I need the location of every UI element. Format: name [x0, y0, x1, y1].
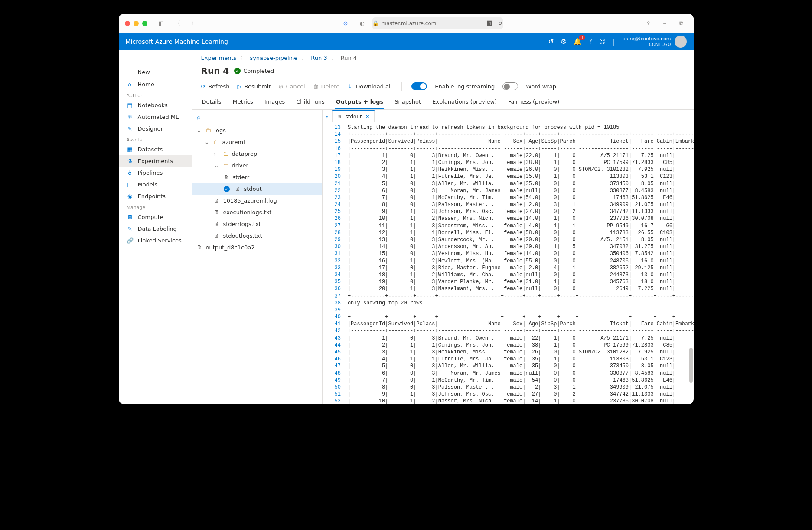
editor-tab-label: stdout — [346, 114, 362, 120]
traffic-lights — [125, 21, 147, 26]
notifications-icon[interactable]: 🔔3 — [574, 38, 582, 46]
address-bar[interactable]: 🔒 master.ml.azure.com 🅰 ⟳ — [372, 17, 503, 29]
folder-icon: 🗀 — [223, 162, 228, 169]
tab-metrics[interactable]: Metrics — [232, 94, 254, 109]
maximize-window-icon[interactable] — [142, 21, 147, 26]
automl-icon: ⚛ — [127, 114, 134, 120]
translate-icon[interactable]: 🅰 — [487, 20, 492, 26]
close-window-icon[interactable] — [125, 21, 130, 26]
avatar[interactable] — [675, 36, 687, 48]
file-icon: 🗎 — [214, 232, 220, 239]
tab-details[interactable]: Details — [201, 94, 222, 109]
file-icon: 🗎 — [214, 221, 220, 227]
search-icon[interactable]: ⌕ — [192, 110, 322, 124]
check-icon: ✓ — [224, 186, 230, 192]
tree-file-stderrlogs[interactable]: 🗎stderrlogs.txt — [192, 218, 322, 230]
pipeline-icon: ♁ — [127, 170, 134, 176]
nav-linked[interactable]: 🔗Linked Services — [119, 235, 192, 246]
chevron-right-icon: › — [214, 150, 219, 157]
tree-folder-dataprep[interactable]: ›🗀dataprep — [192, 148, 322, 160]
nav-models[interactable]: ◫Models — [119, 179, 192, 190]
notification-badge: 3 — [579, 35, 585, 40]
crumb-experiments[interactable]: Experiments — [201, 55, 237, 61]
word-wrap-toggle[interactable] — [502, 82, 518, 90]
nav-endpoints[interactable]: ◉Endpoints — [119, 190, 192, 202]
chevron-down-icon: ⌄ — [214, 162, 219, 169]
chevron-down-icon: ⌄ — [197, 127, 202, 134]
share-icon[interactable]: ⇪ — [642, 18, 654, 29]
tree-file-stderr[interactable]: 🗎stderr — [192, 171, 322, 183]
tabs-icon[interactable]: ⧉ — [675, 18, 687, 29]
nav-automl[interactable]: ⚛Automated ML — [119, 111, 192, 123]
reload-icon[interactable]: ⟳ — [499, 20, 503, 26]
tab-images[interactable]: Images — [264, 94, 286, 109]
tree-file-executionlogs[interactable]: 🗎executionlogs.txt — [192, 206, 322, 218]
delete-button: 🗑Delete — [313, 83, 340, 90]
word-wrap-label: Word wrap — [526, 83, 556, 90]
log-streaming-label: Enable log streaming — [435, 83, 495, 90]
browser-window: ◧ 〈 〉 ⊙ ◐ 🔒 master.ml.azure.com 🅰 ⟳ ⇪ ＋ … — [119, 14, 694, 404]
user-email: aking@contoso.com — [623, 36, 671, 42]
nav-compute[interactable]: 🖥Compute — [119, 211, 192, 223]
tree-folder-driver[interactable]: ⌄🗀driver — [192, 160, 322, 171]
nav-notebooks[interactable]: ▤Notebooks — [119, 99, 192, 111]
resubmit-button[interactable]: ▷Resubmit — [238, 83, 271, 90]
refresh-button[interactable]: ⟳Refresh — [201, 83, 230, 90]
chevron-right-icon: 〉 — [302, 55, 307, 61]
log-streaming-toggle[interactable] — [411, 82, 427, 90]
nav-section-author: Author — [119, 90, 192, 99]
nav-labeling[interactable]: ✎Data Labeling — [119, 223, 192, 235]
log-viewer[interactable]: 13 14 15 16 17 18 19 20 21 22 23 24 25 2… — [332, 122, 694, 404]
scrollbar-thumb[interactable] — [689, 348, 693, 383]
nav-datasets[interactable]: ▦Datasets — [119, 144, 192, 155]
forward-button[interactable]: 〉 — [188, 18, 200, 29]
tab-outputs-logs[interactable]: Outputs + logs — [335, 94, 384, 109]
folder-icon: 🗀 — [205, 127, 211, 134]
collapse-panel-button[interactable]: « — [323, 110, 332, 404]
file-icon: 🗎 — [235, 186, 241, 192]
app-header: Microsoft Azure Machine Learning ↺ ⚙ 🔔3 … — [119, 33, 694, 50]
close-icon[interactable]: ✕ — [365, 114, 370, 120]
user-account[interactable]: aking@contoso.com CONTOSO — [623, 36, 671, 46]
tab-snapshot[interactable]: Snapshot — [394, 94, 422, 109]
tree-folder-azureml[interactable]: ⌄🗀azureml — [192, 136, 322, 148]
privacy-icon[interactable]: ⊙ — [339, 18, 352, 29]
folder-icon: 🗀 — [213, 139, 219, 145]
minimize-window-icon[interactable] — [134, 21, 139, 26]
back-button[interactable]: 〈 — [172, 18, 184, 29]
feedback-icon[interactable]: ☺ — [599, 38, 606, 46]
endpoint-icon: ◉ — [127, 193, 134, 200]
sidebar-toggle-icon[interactable]: ◧ — [155, 18, 167, 29]
new-tab-icon[interactable]: ＋ — [659, 18, 671, 29]
tree-file-stdoutlogs[interactable]: 🗎stdoutlogs.txt — [192, 230, 322, 242]
tab-fairness[interactable]: Fairness (preview) — [507, 94, 560, 109]
tree-folder-logs[interactable]: ⌄🗀logs — [192, 124, 322, 136]
tree-file-output[interactable]: 🗎output_d8c1c0a2 — [192, 242, 322, 253]
chevron-right-icon: 〉 — [241, 55, 245, 61]
nav-experiments[interactable]: ⚗Experiments — [119, 155, 192, 167]
chevron-right-icon: 〉 — [332, 55, 336, 61]
tab-explanations[interactable]: Explanations (preview) — [431, 94, 498, 109]
nav-new[interactable]: ＋New — [119, 65, 192, 79]
nav-section-assets: Assets — [119, 134, 192, 144]
file-icon: 🗎 — [214, 197, 220, 204]
nav-home[interactable]: ⌂Home — [119, 79, 192, 90]
menu-toggle-icon[interactable]: ≡ — [119, 52, 192, 65]
editor-tab-stdout[interactable]: 🗎 stdout ✕ — [332, 110, 375, 122]
download-all-button[interactable]: ⭳Download all — [347, 83, 392, 90]
settings-gear-icon[interactable]: ⚙ — [561, 38, 566, 46]
crumb-pipeline[interactable]: synapse-pipeline — [250, 55, 297, 61]
tab-child-runs[interactable]: Child runs — [295, 94, 326, 109]
cancel-button: ⊘Cancel — [279, 83, 305, 90]
tree-file-stdout[interactable]: ✓🗎stdout — [192, 183, 322, 195]
lock-icon: 🔒 — [372, 20, 379, 26]
tree-file-azureml-log[interactable]: 🗎10185_azureml.log — [192, 195, 322, 206]
file-icon: 🗎 — [197, 244, 202, 251]
crumb-run3[interactable]: Run 3 — [311, 55, 327, 61]
nav-pipelines[interactable]: ♁Pipelines — [119, 167, 192, 179]
help-icon[interactable]: ? — [589, 38, 592, 46]
history-icon[interactable]: ↺ — [548, 38, 554, 46]
nav-designer[interactable]: ✎Designer — [119, 123, 192, 134]
shield-icon[interactable]: ◐ — [356, 18, 368, 29]
app-title: Microsoft Azure Machine Learning — [126, 38, 228, 45]
